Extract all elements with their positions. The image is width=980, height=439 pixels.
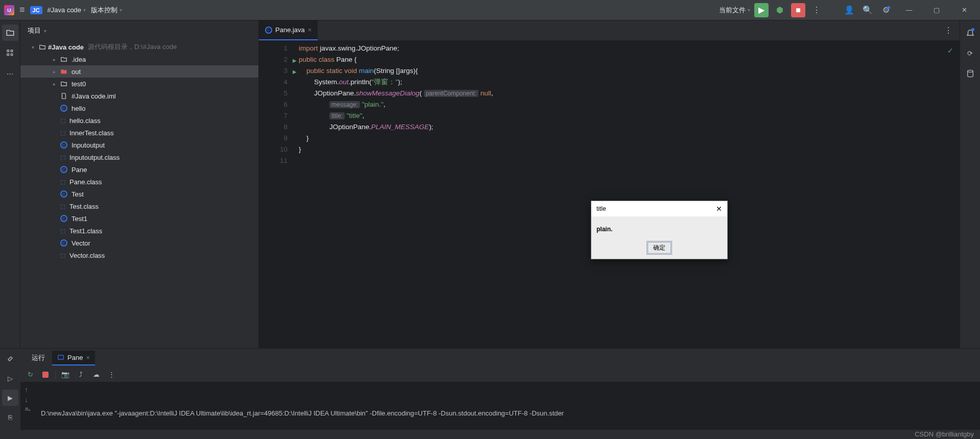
- soft-wrap-icon[interactable]: ⥱: [25, 406, 31, 414]
- screenshot-icon[interactable]: 📷: [60, 369, 71, 380]
- notifications-icon[interactable]: [962, 25, 978, 41]
- editor-tab-bar: C Pane.java × ⋮: [259, 20, 960, 41]
- dialog-ok-button[interactable]: 确定: [648, 242, 671, 254]
- search-icon[interactable]: 🔍: [861, 3, 875, 17]
- code-line[interactable]: }: [299, 144, 954, 155]
- dialog-title-text: title: [596, 205, 606, 212]
- project-tree[interactable]: ▾ #Java code 源代码根目录，D:\#Java code ▸.idea…: [20, 41, 258, 357]
- code-line[interactable]: message: "plain.",: [299, 99, 954, 110]
- compiled-class-icon: ⬚: [60, 203, 65, 210]
- code-line[interactable]: title: "title",: [299, 110, 954, 121]
- tree-item-label: Test1: [71, 215, 87, 223]
- project-tool-icon[interactable]: [2, 25, 18, 41]
- tree-item[interactable]: ⬚Test1.class: [20, 225, 258, 237]
- tree-item[interactable]: CVector: [20, 237, 258, 249]
- project-panel-header[interactable]: 项目▾: [20, 20, 258, 41]
- code-line[interactable]: }: [299, 133, 954, 144]
- code-line[interactable]: [299, 155, 954, 166]
- main-menu-icon[interactable]: ≡: [19, 5, 25, 15]
- run-tool-icon[interactable]: ▶: [2, 389, 18, 406]
- tree-item[interactable]: ⬚hello.class: [20, 114, 258, 127]
- scroll-down-icon[interactable]: ↓: [25, 396, 31, 404]
- code-line[interactable]: JOptionPane.PLAIN_MESSAGE);: [299, 121, 954, 133]
- class-icon: C: [60, 166, 67, 173]
- module-icon: [39, 43, 46, 51]
- close-tab-icon[interactable]: ×: [86, 354, 90, 361]
- close-tab-icon[interactable]: ×: [308, 26, 312, 34]
- folder-icon: [60, 68, 67, 75]
- tree-item[interactable]: CTest1: [20, 212, 258, 225]
- tree-item[interactable]: ⬚InnerTest.class: [20, 127, 258, 139]
- stop-button[interactable]: ■: [791, 3, 805, 17]
- debug-button[interactable]: ⬢: [773, 3, 787, 17]
- code-editor[interactable]: 12▶3▶4567891011 import javax.swing.JOpti…: [259, 41, 960, 357]
- close-button[interactable]: ✕: [952, 0, 976, 20]
- code-line[interactable]: public class Pane {: [299, 54, 954, 65]
- run-line-icon[interactable]: ▶: [293, 55, 297, 66]
- ai-assistant-icon[interactable]: ⟳: [962, 45, 978, 61]
- vcs-menu[interactable]: 版本控制▾: [91, 6, 122, 15]
- tree-root[interactable]: ▾ #Java code 源代码根目录，D:\#Java code: [20, 41, 258, 53]
- tree-item[interactable]: ⬚Pane.class: [20, 176, 258, 188]
- terminal-tool-icon[interactable]: ⎘: [2, 409, 18, 425]
- chevron-down-icon: ▾: [119, 7, 122, 13]
- build-tool-icon[interactable]: [2, 351, 18, 367]
- run-config-tab[interactable]: Pane ×: [52, 351, 95, 365]
- more-icon[interactable]: ⋮: [106, 369, 117, 380]
- tree-item[interactable]: ⬚Test.class: [20, 200, 258, 212]
- svg-rect-1: [7, 54, 9, 55]
- run-button[interactable]: ▶: [754, 3, 769, 17]
- compiled-class-icon: ⬚: [60, 130, 65, 136]
- code-with-me-icon[interactable]: 👤: [842, 3, 856, 17]
- tree-item[interactable]: CTest: [20, 188, 258, 200]
- database-icon[interactable]: [962, 65, 978, 82]
- tree-item[interactable]: CPane: [20, 163, 258, 176]
- project-badge: JC: [30, 6, 42, 14]
- dialog-titlebar[interactable]: title ✕: [591, 201, 727, 216]
- chevron-right-icon[interactable]: ▸: [50, 57, 58, 62]
- minimize-button[interactable]: —: [897, 0, 921, 20]
- run-config-selector[interactable]: 当前文件▾: [719, 6, 750, 15]
- chevron-down-icon[interactable]: ▾: [29, 44, 37, 50]
- project-selector[interactable]: #Java code▾: [47, 6, 86, 14]
- scroll-up-icon[interactable]: ↑: [25, 385, 31, 394]
- tree-item[interactable]: ▸test0: [20, 78, 258, 90]
- tree-item[interactable]: CInputoutput: [20, 139, 258, 151]
- tree-item[interactable]: Chello: [20, 102, 258, 114]
- tree-item[interactable]: ▸.idea: [20, 53, 258, 65]
- settings-icon[interactable]: ⚙: [879, 3, 893, 17]
- tree-item[interactable]: #Java code.iml: [20, 90, 258, 102]
- run-panel: ▷ ▶ ⎘ 运行 Pane × ↻ 📷 ⤴ ☁ ⋮ ↑ ↓ ⥱: [0, 348, 980, 430]
- chevron-right-icon[interactable]: ▸: [50, 81, 58, 87]
- code-line[interactable]: JOptionPane.showMessageDialog( parentCom…: [299, 88, 954, 99]
- inspections-ok-icon[interactable]: ✓: [947, 45, 953, 56]
- dialog-close-icon[interactable]: ✕: [716, 205, 722, 213]
- tree-item[interactable]: ▸out: [20, 65, 258, 78]
- more-icon[interactable]: ⋮: [809, 3, 824, 17]
- maximize-button[interactable]: ▢: [925, 0, 948, 20]
- more-tools-icon[interactable]: ⋯: [2, 65, 18, 82]
- run-line-icon[interactable]: ▶: [293, 66, 297, 78]
- code-line[interactable]: import javax.swing.JOptionPane;: [299, 43, 954, 54]
- tree-item[interactable]: ⬚Vector.class: [20, 249, 258, 261]
- code-line[interactable]: public static void main(String []args){: [299, 65, 954, 77]
- editor-code[interactable]: import javax.swing.JOptionPane;public cl…: [294, 41, 960, 357]
- editor-gutter: 12▶3▶4567891011: [259, 41, 294, 357]
- compiled-class-icon: ⬚: [60, 252, 65, 259]
- console-output[interactable]: ↑ ↓ ⥱ D:\newJava\bin\java.exe "-javaagen…: [20, 382, 980, 430]
- left-tool-rail: ⋯: [0, 20, 20, 357]
- services-tool-icon[interactable]: ▷: [2, 370, 18, 386]
- code-line[interactable]: System.out.println("弹窗：");: [299, 77, 954, 88]
- stop-button[interactable]: [40, 369, 51, 380]
- tab-more-icon[interactable]: ⋮: [941, 23, 955, 38]
- compiled-class-icon: ⬚: [60, 154, 65, 161]
- rerun-button[interactable]: ↻: [25, 369, 36, 380]
- structure-tool-icon[interactable]: [2, 45, 18, 61]
- exit-icon[interactable]: ⤴: [75, 369, 86, 380]
- layout-icon[interactable]: ☁: [90, 369, 102, 380]
- tree-item[interactable]: ⬚Inputoutput.class: [20, 151, 258, 163]
- run-tab-label[interactable]: 运行: [27, 350, 50, 365]
- editor-tab[interactable]: C Pane.java ×: [259, 20, 318, 40]
- chevron-right-icon[interactable]: ▸: [50, 69, 58, 75]
- tree-item-label: Inputoutput.class: [69, 154, 119, 161]
